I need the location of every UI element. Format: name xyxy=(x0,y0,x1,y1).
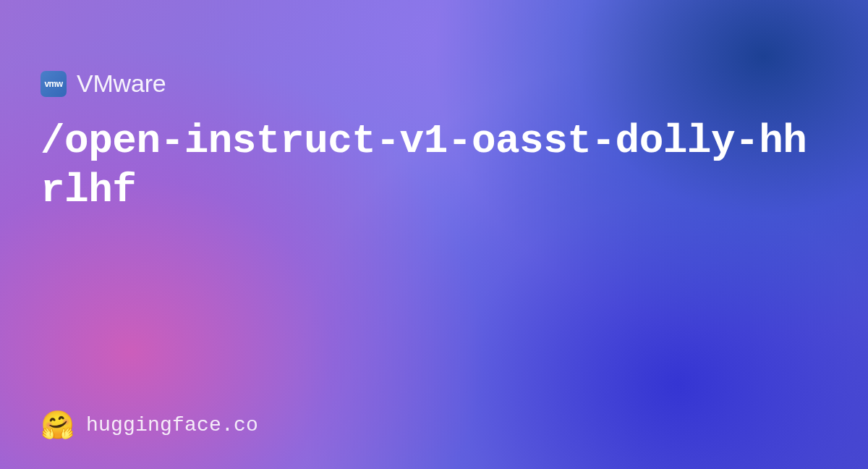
org-logo: vmw xyxy=(41,71,67,97)
hugging-face-icon: 🤗 xyxy=(41,411,75,439)
org-row: vmw VMware xyxy=(41,69,827,98)
site-domain: huggingface.co xyxy=(86,414,258,436)
footer: 🤗 huggingface.co xyxy=(41,411,258,439)
org-name: VMware xyxy=(77,69,166,98)
repo-path: /open-instruct-v1-oasst-dolly-hhrlhf xyxy=(41,117,827,216)
card-content: vmw VMware /open-instruct-v1-oasst-dolly… xyxy=(0,0,868,469)
